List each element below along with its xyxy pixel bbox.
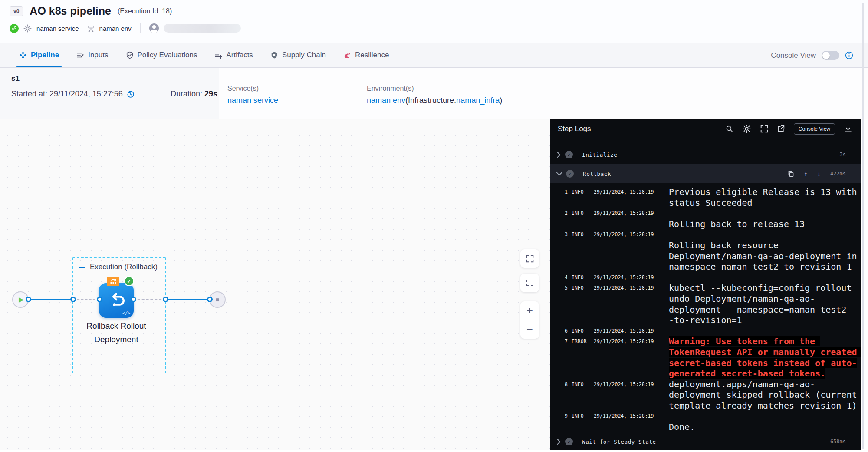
log-line: 4 INFO 29/11/2024, 15:28:19 <box>550 272 861 283</box>
tab-label: Artifacts <box>226 51 253 59</box>
section-duration: 3s <box>840 152 846 158</box>
tab-policy-evaluations[interactable]: Policy Evaluations <box>126 43 197 67</box>
policy-evaluations-icon <box>126 51 134 59</box>
resilience-icon <box>343 51 351 59</box>
connector-dot <box>131 297 136 302</box>
log-line-level: INFO <box>572 187 592 198</box>
stage-summary-bar: s1 Started at: 29/11/2024, 15:27:56 Dura… <box>0 68 868 119</box>
title-row: v0 AO k8s pipeline (Execution Id: 18) <box>10 5 172 17</box>
open-in-new-icon[interactable] <box>777 125 785 132</box>
tab-supply-chain[interactable]: Supply Chain <box>270 43 326 67</box>
edge-group-to-end <box>165 299 210 300</box>
log-line-timestamp: 29/11/2024, 15:28:19 <box>594 326 660 337</box>
section-name: Wait for Steady State <box>582 439 656 445</box>
page-scrollbar[interactable] <box>862 3 864 449</box>
log-settings-gear-icon[interactable] <box>742 124 751 133</box>
zoom-out-button[interactable]: − <box>520 320 539 339</box>
log-line-timestamp: 29/11/2024, 15:28:19 <box>594 411 660 422</box>
tab-label: Supply Chain <box>282 51 326 59</box>
code-glyph: </> <box>122 310 131 316</box>
scroll-up-icon[interactable]: ↑ <box>804 170 807 177</box>
log-line-message: Previous eligible Release is 13 with sta… <box>669 187 861 208</box>
log-line-level: INFO <box>572 229 592 240</box>
log-line-message: Warning: Use tokens from the TokenReques… <box>669 336 861 379</box>
log-line: 8 INFO 29/11/2024, 15:28:19 deployment.a… <box>550 379 861 411</box>
tab-pipeline[interactable]: Pipeline <box>19 43 59 67</box>
inputs-icon <box>76 51 84 59</box>
log-line-timestamp: 29/11/2024, 15:28:19 <box>594 379 660 390</box>
canvas-select-button[interactable] <box>520 274 539 292</box>
section-success-icon: ✓ <box>566 170 574 178</box>
collapse-group-button[interactable] <box>79 267 85 268</box>
download-logs-icon[interactable] <box>844 125 852 133</box>
expand-logs-icon[interactable] <box>760 125 768 133</box>
connector-dot <box>207 297 213 302</box>
log-line-level: INFO <box>572 411 592 422</box>
log-panel-header: Step Logs Console View <box>550 119 861 139</box>
tab-label: Inputs <box>88 51 108 59</box>
meta-divider <box>140 23 141 33</box>
history-icon[interactable] <box>126 90 135 99</box>
environments-column: Environment(s) naman env(Infrastructure:… <box>367 85 502 105</box>
duration: Duration: 29s <box>171 89 217 99</box>
service-tag[interactable]: naman service <box>36 25 79 32</box>
group-title: Execution (Rollback) <box>90 263 158 271</box>
started-at: Started at: 29/11/2024, 15:27:56 <box>11 89 135 99</box>
log-line-level: INFO <box>572 326 592 337</box>
tab-label: Policy Evaluations <box>138 51 197 59</box>
log-section-wait-steady-state[interactable]: ✓ Wait for Steady State 658ms <box>550 433 861 450</box>
environment-tag[interactable]: naman env <box>99 25 132 32</box>
log-line-message: Rolling back to release 13 <box>669 208 861 229</box>
log-line-number: 9 <box>562 411 568 422</box>
log-line-message: Rolling back resource Deployment/naman-q… <box>669 229 861 272</box>
copy-icon[interactable] <box>788 171 794 177</box>
zoom-in-button[interactable]: + <box>520 301 539 320</box>
search-icon[interactable] <box>726 125 733 132</box>
log-line: 3 INFO 29/11/2024, 15:28:19 Rolling back… <box>550 229 861 272</box>
tab-label: Pipeline <box>31 51 59 59</box>
log-line-timestamp: 29/11/2024, 15:28:19 <box>594 187 660 198</box>
infra-suffix: ) <box>500 96 502 105</box>
log-section-initialize[interactable]: ✓ Initialize 3s <box>550 145 861 164</box>
tab-inputs[interactable]: Inputs <box>76 43 108 67</box>
rollback-step-node[interactable]: </> <box>99 283 134 318</box>
chevron-down-icon <box>556 172 562 176</box>
log-line-number: 7 <box>562 336 568 347</box>
log-line-number: 2 <box>562 208 568 219</box>
log-section-rollback[interactable]: ✓ Rollback ↑ ↓ 422ms <box>550 164 861 183</box>
pipeline-canvas[interactable]: Execution (Rollback) ▶ ■ </> ✓ Rollback … <box>0 119 550 450</box>
tab-artifacts[interactable]: Artifacts <box>214 43 253 67</box>
chevron-right-icon <box>556 439 561 445</box>
log-line-number: 4 <box>562 272 568 283</box>
log-line: 5 INFO 29/11/2024, 15:28:19 kubectl --ku… <box>550 283 861 325</box>
section-success-icon: ✓ <box>565 151 573 158</box>
log-line: 9 INFO 29/11/2024, 15:28:19 Done. <box>550 411 861 432</box>
log-line: 1 INFO 29/11/2024, 15:28:19 Previous eli… <box>550 187 861 208</box>
connector-dot <box>97 297 102 302</box>
tab-resilience[interactable]: Resilience <box>343 43 389 67</box>
console-view-toggle[interactable] <box>822 51 839 60</box>
fullscreen-icon <box>526 255 534 263</box>
connector-dot <box>163 297 168 302</box>
log-line-timestamp: 29/11/2024, 15:28:19 <box>594 208 660 219</box>
scroll-down-icon[interactable]: ↓ <box>817 170 820 177</box>
log-line-number: 5 <box>562 283 568 294</box>
tab-label: Resilience <box>355 51 389 59</box>
log-line-message: deployment.apps/naman-qa-ao-deployment s… <box>669 379 861 411</box>
service-gear-icon[interactable] <box>23 24 32 33</box>
canvas-zoom-controls: + − <box>520 301 539 339</box>
info-icon[interactable] <box>845 51 853 59</box>
section-name: Rollback <box>583 171 611 177</box>
console-view-button[interactable]: Console View <box>794 123 835 135</box>
services-column: Service(s) naman service <box>227 85 278 105</box>
log-body[interactable]: 1 INFO 29/11/2024, 15:28:19 Previous eli… <box>550 183 861 433</box>
page-title: AO k8s pipeline <box>30 5 111 17</box>
edge-start-to-group <box>28 299 73 300</box>
canvas-fullscreen-button[interactable] <box>520 249 539 268</box>
stop-icon: ■ <box>216 296 219 303</box>
environment-icon <box>87 25 95 32</box>
service-link[interactable]: naman service <box>227 96 278 105</box>
environment-link[interactable]: naman env <box>367 96 405 105</box>
infrastructure-link[interactable]: naman_infra <box>456 96 500 105</box>
log-line-message: Done. <box>669 411 861 432</box>
